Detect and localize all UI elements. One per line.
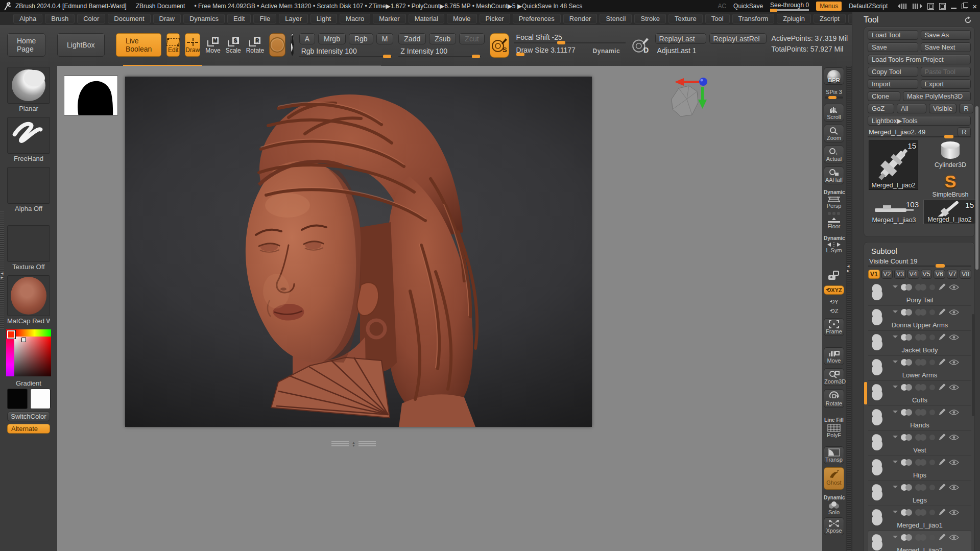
scale-mode-button[interactable]: S Scale — [226, 33, 241, 57]
polypaint-off-icon[interactable] — [915, 309, 926, 316]
copy-layout-icon[interactable] — [927, 3, 934, 10]
tool-thumbnail-small-1[interactable]: 103 Merged_I_jiao3 — [868, 200, 920, 224]
move-mode-button[interactable]: M Move — [205, 33, 220, 57]
z-intensity-slider[interactable]: Z Intensity 100 — [398, 47, 481, 57]
polypaint-icon[interactable] — [901, 384, 912, 391]
export-button[interactable]: Export — [921, 79, 971, 89]
polypaint-icon[interactable] — [901, 284, 912, 291]
chevron-down-icon[interactable] — [893, 285, 898, 291]
color-picker[interactable] — [6, 329, 51, 376]
pen-icon[interactable] — [938, 459, 946, 466]
polypaint-off-icon[interactable] — [915, 484, 926, 491]
chevron-down-icon[interactable] — [893, 336, 898, 341]
gradient-label[interactable]: Gradient — [7, 379, 50, 387]
pen-icon[interactable] — [938, 434, 946, 441]
zoom-button[interactable]: Zoom — [824, 125, 844, 142]
visibility-tab[interactable]: V3 — [894, 270, 906, 279]
tool-r-button[interactable]: R — [958, 127, 971, 137]
subtool-row[interactable]: Vest — [868, 431, 971, 456]
polypaint-icon[interactable] — [901, 459, 912, 466]
texture-selector[interactable]: Texture Off — [7, 225, 52, 271]
secondary-color-swatch[interactable] — [30, 389, 51, 409]
stroke-selector[interactable]: FreeHand — [7, 117, 52, 162]
polyframe-button[interactable]: Line Fill PolyF — [824, 415, 844, 439]
copy-tool-button[interactable]: Copy Tool — [868, 67, 918, 77]
polypaint-icon[interactable] — [901, 484, 912, 491]
solo-button[interactable]: Dynamic Solo — [824, 493, 844, 516]
subtool-title[interactable]: Subtool — [871, 247, 971, 255]
polypaint-off-icon[interactable] — [915, 434, 926, 441]
menu-item[interactable]: Light — [310, 14, 337, 23]
bpr-button[interactable]: BPR — [824, 67, 844, 85]
floor-button[interactable]: Floor — [824, 216, 844, 230]
rotate-y-button[interactable]: ⟲Y — [824, 298, 844, 306]
menu-item[interactable]: File — [253, 14, 276, 23]
ghost-button[interactable]: Ghost — [824, 467, 844, 490]
eye-icon[interactable] — [949, 534, 959, 541]
visible-count-slider[interactable]: Visible Count 19 — [868, 257, 971, 267]
menu-item[interactable]: Movie — [447, 14, 477, 23]
goz-visible-button[interactable]: Visible — [929, 104, 957, 113]
menu-item[interactable]: Layer — [279, 14, 308, 23]
visibility-tab[interactable]: V4 — [907, 270, 919, 279]
document-viewport[interactable] — [125, 77, 592, 427]
uv-icon[interactable] — [929, 309, 935, 315]
sculptris-pro-button[interactable]: S — [490, 33, 509, 58]
pen-icon[interactable] — [938, 308, 946, 316]
uv-icon[interactable] — [929, 334, 935, 340]
subtool-row[interactable]: Legs — [868, 481, 971, 506]
menu-item[interactable]: Texture — [668, 14, 703, 23]
polypaint-icon[interactable] — [901, 534, 912, 541]
tool-thumbnail-small-2[interactable]: 15 Merged_I_jiao2 — [923, 200, 976, 224]
dynamic-draw-size-label[interactable]: Dynamic — [593, 47, 620, 55]
alternate-button[interactable]: Alternate — [7, 424, 50, 434]
chevron-down-icon[interactable] — [893, 361, 898, 366]
pen-icon[interactable] — [938, 358, 946, 366]
chevron-down-icon[interactable] — [893, 461, 898, 466]
live-boolean-button[interactable]: Live Boolean — [116, 33, 161, 57]
paint-mode-button[interactable]: A — [299, 33, 315, 44]
uv-icon[interactable] — [929, 535, 935, 540]
paste-layout-icon[interactable] — [939, 3, 946, 10]
active-tool-slider[interactable]: Merged_I_jiao2. 49 R — [868, 128, 971, 137]
lightbox-button[interactable]: LightBox — [57, 33, 104, 57]
goz-r-button[interactable]: R — [959, 104, 973, 113]
polypaint-icon[interactable] — [901, 359, 912, 366]
alpha-selector[interactable]: Alpha Off — [7, 167, 52, 212]
menu-item[interactable]: Zscript — [814, 14, 846, 23]
polypaint-icon[interactable] — [901, 309, 912, 316]
polypaint-off-icon[interactable] — [915, 384, 926, 391]
chevron-down-icon[interactable] — [893, 411, 898, 416]
rotate-z-button[interactable]: ⟲Z — [824, 307, 844, 315]
subtool-scrollbar[interactable] — [972, 314, 974, 416]
menu-item[interactable]: Render — [563, 14, 597, 23]
visibility-tab[interactable]: V8 — [960, 270, 971, 279]
polypaint-off-icon[interactable] — [915, 284, 926, 291]
pen-icon[interactable] — [938, 283, 946, 291]
menu-item[interactable]: Stencil — [600, 14, 632, 23]
save-as-button[interactable]: Save As — [921, 30, 971, 40]
paint-mode-button[interactable]: M — [376, 33, 394, 44]
rgb-intensity-slider[interactable]: Rgb Intensity 100 — [299, 47, 392, 57]
canvas-scrollbar[interactable]: ▲▼ — [331, 441, 380, 447]
save-button[interactable]: Save — [868, 42, 918, 52]
menu-item[interactable]: Document — [108, 14, 150, 23]
subtool-row[interactable]: Pony Tail — [868, 281, 971, 306]
spix-slider[interactable]: SPix 3 — [824, 88, 844, 101]
menu-item[interactable]: Zplugin — [777, 14, 811, 23]
goz-all-button[interactable]: All — [897, 104, 926, 113]
visibility-tab[interactable]: V7 — [947, 270, 959, 279]
subtool-row[interactable]: Jacket Body — [868, 331, 971, 356]
dynamic-mode-button[interactable]: D — [631, 33, 650, 58]
subtool-row[interactable]: Hands — [868, 406, 971, 431]
switch-color-button[interactable]: SwitchColor — [7, 412, 50, 421]
eye-icon[interactable] — [949, 409, 959, 416]
current-brush-button[interactable] — [269, 33, 285, 57]
chevron-down-icon[interactable] — [893, 310, 898, 316]
chevron-down-icon[interactable] — [893, 536, 898, 541]
make-polymesh3d-button[interactable]: Make PolyMesh3D — [903, 91, 971, 101]
subtool-row[interactable]: Merged_I_jiao1 — [868, 506, 971, 531]
chevron-down-icon[interactable] — [893, 486, 898, 491]
import-button[interactable]: Import — [868, 79, 918, 89]
rotate-3d-button[interactable]: Rotate — [824, 389, 844, 408]
